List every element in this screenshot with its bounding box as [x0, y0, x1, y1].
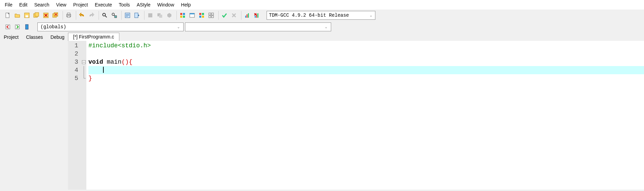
- scope-dropdown[interactable]: (globals) ⌄: [37, 22, 184, 31]
- fold-marker: [81, 66, 86, 74]
- fold-marker: [81, 50, 86, 58]
- svg-rect-40: [248, 13, 249, 18]
- bookmark-toggle-button[interactable]: [22, 22, 31, 31]
- svg-rect-26: [180, 16, 182, 18]
- navigation-toolbar: (globals) ⌄ ⌄: [0, 21, 644, 33]
- print-button[interactable]: [64, 11, 73, 20]
- svg-rect-46: [26, 25, 28, 29]
- side-tab-project[interactable]: Project: [0, 33, 22, 42]
- run-button[interactable]: [155, 11, 164, 20]
- menu-window[interactable]: Window: [154, 1, 177, 9]
- menu-astyle[interactable]: AStyle: [133, 1, 154, 9]
- find-button[interactable]: [100, 11, 109, 20]
- svg-point-11: [103, 13, 105, 16]
- main-area: ProjectClassesDebug [*] FirstProgramm.c …: [0, 33, 644, 190]
- svg-rect-15: [115, 16, 117, 18]
- line-number: 3: [68, 58, 78, 66]
- svg-rect-36: [209, 16, 211, 18]
- compile-run-button[interactable]: [165, 11, 174, 20]
- undo-button[interactable]: [78, 11, 86, 20]
- chevron-down-icon: ⌄: [176, 25, 181, 29]
- line-number-gutter: 12345: [68, 41, 81, 190]
- svg-rect-39: [247, 14, 248, 18]
- menu-file[interactable]: File: [1, 1, 16, 9]
- menu-project[interactable]: Project: [70, 1, 91, 9]
- menu-view[interactable]: View: [53, 1, 70, 9]
- code-content[interactable]: #include<stdio.h>void main(){ }: [86, 41, 644, 190]
- svg-rect-25: [183, 13, 185, 15]
- editor-tab-label: [*] FirstProgramm.c: [73, 34, 114, 39]
- editor-tabs: [*] FirstProgramm.c: [68, 33, 644, 41]
- new-file-button[interactable]: [3, 11, 12, 20]
- side-panel-tabs: ProjectClassesDebug: [0, 33, 68, 42]
- svg-point-13: [112, 13, 115, 16]
- grid-button[interactable]: [207, 11, 216, 20]
- code-line[interactable]: #include<stdio.h>: [88, 42, 644, 50]
- menu-search[interactable]: Search: [31, 1, 53, 9]
- side-panel: ProjectClassesDebug: [0, 33, 68, 190]
- replace-button[interactable]: [110, 11, 119, 20]
- save-button[interactable]: [22, 11, 31, 20]
- svg-rect-29: [190, 13, 194, 14]
- goto-line-button[interactable]: [123, 11, 132, 20]
- open-file-button[interactable]: [13, 11, 22, 20]
- main-toolbar: TDM-GCC 4.9.2 64-bit Release ⌄: [0, 10, 644, 21]
- member-dropdown[interactable]: ⌄: [185, 22, 331, 31]
- side-tab-debug[interactable]: Debug: [47, 33, 68, 42]
- menu-edit[interactable]: Edit: [16, 1, 31, 9]
- close-button[interactable]: [41, 11, 50, 20]
- line-number: 5: [68, 74, 78, 82]
- forward-button[interactable]: [13, 22, 22, 31]
- code-line[interactable]: }: [88, 74, 644, 82]
- editor-tab-firstprogramm[interactable]: [*] FirstProgramm.c: [68, 33, 119, 41]
- compile-button[interactable]: [146, 11, 155, 20]
- close-all-button[interactable]: [51, 11, 60, 20]
- svg-rect-23: [159, 15, 162, 18]
- delete-profile-button[interactable]: [252, 11, 261, 20]
- svg-rect-9: [67, 13, 70, 14]
- svg-line-12: [105, 16, 107, 17]
- line-number: 1: [68, 42, 78, 50]
- chevron-down-icon: ⌄: [369, 13, 373, 17]
- code-line[interactable]: [88, 66, 644, 74]
- fold-marker: [81, 74, 86, 82]
- compiler-dropdown[interactable]: TDM-GCC 4.9.2 64-bit Release ⌄: [267, 11, 375, 20]
- menubar: FileEditSearchViewProjectExecuteToolsASt…: [0, 0, 644, 10]
- svg-rect-4: [35, 13, 39, 16]
- debug-valid-icon[interactable]: [220, 11, 229, 20]
- redo-button[interactable]: [87, 11, 96, 20]
- chevron-down-icon: ⌄: [324, 25, 328, 29]
- goto-bookmark-button[interactable]: [133, 11, 141, 20]
- rebuild-button[interactable]: [178, 11, 187, 20]
- menu-help[interactable]: Help: [177, 1, 194, 9]
- svg-rect-10: [67, 16, 70, 17]
- code-line[interactable]: void main(){: [88, 58, 644, 66]
- code-line[interactable]: [88, 50, 644, 58]
- side-tab-classes[interactable]: Classes: [22, 33, 47, 42]
- back-button[interactable]: [3, 22, 12, 31]
- svg-rect-35: [211, 13, 214, 15]
- line-number: 4: [68, 66, 78, 74]
- svg-rect-2: [26, 15, 28, 17]
- svg-rect-32: [199, 16, 201, 18]
- svg-rect-34: [209, 13, 211, 15]
- svg-rect-30: [199, 13, 201, 15]
- new-window-button[interactable]: [188, 11, 197, 20]
- menu-tools[interactable]: Tools: [115, 1, 133, 9]
- line-number: 2: [68, 50, 78, 58]
- svg-rect-41: [255, 16, 256, 18]
- fold-marker: [81, 42, 86, 50]
- svg-rect-31: [202, 13, 204, 15]
- editor-panel: [*] FirstProgramm.c 12345 #include<stdio…: [68, 33, 644, 190]
- svg-rect-21: [148, 13, 152, 17]
- svg-rect-33: [202, 16, 204, 18]
- tile-windows-button[interactable]: [197, 11, 206, 20]
- save-all-button[interactable]: [32, 11, 41, 20]
- menu-execute[interactable]: Execute: [91, 1, 116, 9]
- fold-marker[interactable]: [81, 58, 86, 66]
- svg-rect-38: [245, 16, 246, 18]
- profile-button[interactable]: [243, 11, 252, 20]
- stop-debug-button[interactable]: [230, 11, 238, 20]
- code-editor[interactable]: 12345 #include<stdio.h>void main(){ }: [68, 41, 644, 190]
- svg-rect-43: [257, 13, 258, 18]
